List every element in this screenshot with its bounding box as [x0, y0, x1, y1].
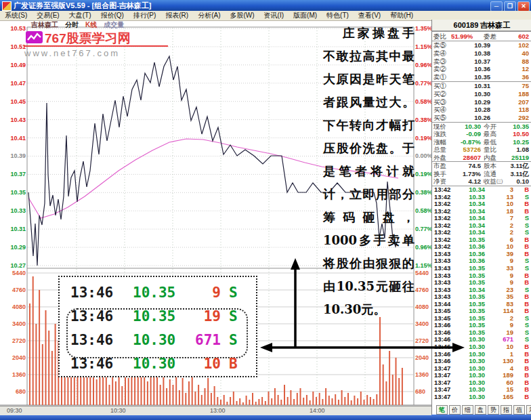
bid-row: 买③10.29207 — [432, 98, 531, 106]
price-axis-label: 10.39 — [1, 153, 26, 159]
trade-time: 13:43 — [434, 265, 450, 272]
chart-tab-2[interactable]: K线 — [85, 21, 97, 28]
chart-tab-3[interactable]: 成交量 — [104, 21, 124, 28]
panel-tab-3[interactable]: 盘 — [475, 405, 486, 415]
panel-tab-1[interactable]: 价 — [449, 405, 461, 415]
stat-row: 换手1.73%流通3.11亿 — [432, 170, 531, 178]
callout-row: 13:4610.30671S — [60, 329, 256, 352]
chart-tab-0[interactable]: 吉林森工 — [31, 21, 58, 28]
watermark-underline — [24, 45, 168, 47]
volume-axis-label-left: 4760 — [1, 287, 26, 293]
menu-item-1[interactable]: 交易(E) — [32, 11, 64, 20]
bid-row-price: 10.30 — [461, 90, 490, 98]
time-axis-label: 10:30 — [110, 407, 126, 414]
stat-label: 股本 — [484, 162, 496, 170]
ask-row: 卖③10.3788 — [432, 58, 531, 66]
stat-row: 市盈74.5股本3.11亿 — [432, 162, 531, 170]
bid-row-price: 10.26 — [461, 114, 490, 122]
menu-item-7[interactable]: 多股(W) — [226, 11, 259, 20]
stat-label: 流通 — [484, 170, 496, 178]
bid-row: 买②10.30188 — [432, 90, 531, 98]
ask-row-label: 卖⑤ — [433, 41, 446, 49]
bid-row: 买①10.3175 — [432, 81, 531, 90]
callout-time: 13:46 — [70, 329, 113, 352]
ask-row-qty: 88 — [522, 58, 529, 66]
bid-row-qty: 118 — [519, 106, 529, 114]
stat-value: 1.08 — [517, 146, 530, 154]
trade-row: 13:4310.3533S — [432, 265, 531, 272]
stat-value: 3.11亿 — [511, 170, 529, 178]
menu-item-5[interactable]: 报表(R) — [161, 11, 193, 20]
menu-item-6[interactable]: 分析(A) — [193, 11, 225, 20]
trade-price: 10.30 — [462, 343, 485, 351]
price-axis-label: 10.37 — [1, 171, 26, 177]
menu-item-0[interactable]: 系统(S) — [0, 11, 32, 20]
bid-row-qty: 207 — [518, 98, 529, 106]
menu-item-4[interactable]: 排行(P) — [129, 11, 161, 20]
volume-axis-label-left: 680 — [1, 389, 26, 395]
menu-item-8[interactable]: 资讯(I) — [259, 11, 289, 20]
stat-value: 4.12 — [451, 177, 481, 186]
callout-time: 13:46 — [70, 281, 113, 304]
bid-row-label: 买① — [433, 82, 446, 90]
trade-price: 10.34 — [462, 186, 485, 194]
window-bottom-border — [0, 415, 531, 420]
menu-item-12[interactable]: 帮助(H) — [385, 11, 418, 20]
volume-axis-label-left: 2040 — [1, 355, 26, 361]
ask-row: 卖①10.3536 — [432, 73, 531, 81]
callout-side: B — [229, 352, 238, 375]
stat-value: 53726 — [451, 146, 481, 154]
panel-tab-2[interactable]: 细 — [462, 405, 473, 415]
stat-label: 总量 — [433, 146, 446, 154]
menu-item-9[interactable]: 版面(M) — [289, 11, 322, 20]
stock-code-title: 600189 吉林森工 — [432, 20, 531, 31]
trade-side: B — [524, 394, 529, 401]
bid-row: 买⑤10.26292 — [432, 114, 531, 122]
callout-time: 13:46 — [70, 352, 113, 375]
trade-row: 13:4210.343B — [432, 186, 531, 194]
price-axis-label: 10.33 — [1, 208, 26, 214]
ask-row: 卖④10.3840 — [432, 49, 531, 58]
price-axis-label: 10.53 — [1, 26, 26, 32]
minimize-button[interactable]: ─ — [490, 1, 503, 12]
price-axis-label: 10.49 — [1, 62, 26, 68]
stat-label: 换手 — [433, 170, 446, 178]
menu-item-3[interactable]: 报价(Q) — [95, 11, 128, 20]
stat-value: -0.09 — [451, 130, 481, 138]
stat-label: 现价 — [433, 123, 446, 131]
ask-row-price: 10.37 — [461, 58, 490, 66]
panel-tab-7[interactable]: 筹 — [526, 405, 531, 415]
panel-tab-0[interactable]: 笔 — [436, 405, 448, 415]
price-axis-label: 10.47 — [1, 81, 26, 87]
ask-row-price: 10.36 — [461, 65, 490, 73]
window-title: 广发证券至强版V5.59 - [组合图-吉林森工] — [14, 0, 152, 11]
menu-item-2[interactable]: 大盘(T) — [64, 11, 96, 20]
menu-item-10[interactable]: 特色(T) — [322, 11, 354, 20]
title-bar[interactable]: 广发证券至强版V5.59 - [组合图-吉林森工] ─ ❐ ✕ — [0, 0, 531, 11]
ask-row: 卖⑤10.39102 — [432, 41, 531, 49]
stat-value: 3.11亿 — [511, 162, 529, 170]
stat-value: 74.5 — [451, 162, 481, 170]
panel-tab-6[interactable]: 值 — [513, 405, 525, 415]
stat-label: 收益㈢ — [484, 177, 503, 186]
quote-panel: 600189 吉林森工 委比51.99%委差602卖⑤10.39102卖④10.… — [431, 20, 531, 415]
trade-detail-callout: 13:4610.359S13:4610.3519S13:4610.30671S1… — [58, 276, 257, 377]
close-button[interactable]: ✕ — [517, 1, 530, 12]
callout-time: 13:46 — [70, 305, 113, 328]
trade-qty: 33 — [488, 265, 513, 272]
ask-row-label: 卖④ — [433, 49, 446, 58]
price-axis-label: 10.45 — [1, 99, 26, 105]
price-axis-label: 10.31 — [1, 226, 26, 232]
restore-button[interactable]: ❐ — [504, 1, 516, 12]
bid-row-price: 10.28 — [461, 106, 490, 114]
stat-row: 总量53726量比1.08 — [432, 146, 531, 154]
panel-tab-5[interactable]: 指 — [501, 405, 512, 415]
menu-item-11[interactable]: 查看(V) — [354, 11, 385, 20]
panel-tab-4[interactable]: 势 — [488, 405, 499, 415]
stat-value: 10.50 — [513, 130, 529, 138]
volume-axis-label-left: 1360 — [1, 372, 26, 378]
weibi-label: 委比 — [433, 32, 446, 41]
ask-row-price: 10.35 — [461, 73, 490, 81]
stat-label: 外盘 — [433, 154, 446, 162]
chart-tab-1[interactable]: 分时 — [65, 21, 79, 28]
